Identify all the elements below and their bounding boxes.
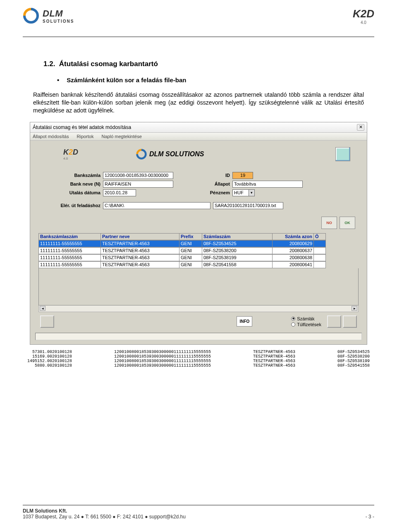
- window-title: Átutalási csomag és tétel adatok módosít…: [33, 124, 131, 130]
- table-row[interactable]: 11111111-55555555 TESZTPARTNER-4563 GENI…: [38, 254, 359, 261]
- edit-icon[interactable]: [335, 147, 350, 161]
- radio-tulfizetesek[interactable]: Túlfizetések: [291, 322, 321, 327]
- titlebar: Átutalási csomag és tétel adatok módosít…: [30, 122, 367, 133]
- dlm-sub: SOLUTIONS: [43, 19, 74, 24]
- app-window: Átutalási csomag és tétel adatok módosít…: [30, 122, 367, 345]
- info-label[interactable]: INFO: [237, 316, 252, 327]
- no-button[interactable]: NO: [321, 217, 337, 229]
- penznem-select[interactable]: [232, 189, 249, 196]
- menu-allapot[interactable]: Állapot módosítás: [33, 134, 69, 139]
- toolbar-button-3[interactable]: [343, 315, 357, 328]
- menu-naplo[interactable]: Napló megtekintése: [102, 134, 142, 139]
- table-header: Bankszámlaszám Partner neve Prefix Száml…: [38, 233, 359, 240]
- chevron-down-icon[interactable]: ▾: [249, 189, 255, 196]
- confirm-buttons: NO OK: [34, 217, 363, 233]
- footer-address: 1037 Budapest, Zay u. 24 ● T: 661 5500 ●…: [23, 514, 186, 520]
- data-table: Bankszámlaszám Partner neve Prefix Száml…: [38, 233, 359, 305]
- dlm-logo: DLM SOLUTIONS: [23, 7, 74, 24]
- close-icon[interactable]: ✕: [357, 124, 364, 131]
- bankszamla-input[interactable]: [103, 172, 173, 179]
- path-row: Elér. út feladáshoz: [51, 202, 346, 209]
- menu-riportok[interactable]: Riportok: [77, 134, 94, 139]
- allapot-input: [232, 181, 303, 188]
- page-header: DLM SOLUTIONS K2D 4.0: [0, 0, 397, 37]
- toolbar-button-2[interactable]: [327, 315, 341, 328]
- table-row[interactable]: 11111111-55555555 TESZTPARTNER-4563 GENI…: [38, 240, 359, 247]
- k2d-logo: K2D 4.0: [353, 7, 374, 25]
- id-value: [232, 172, 253, 179]
- utalas-input[interactable]: [103, 189, 136, 196]
- ok-button[interactable]: OK: [340, 217, 355, 229]
- dlm-ring-icon: [136, 149, 147, 160]
- page-number: - 3 -: [366, 514, 374, 520]
- arrow-right-icon[interactable]: ▸: [352, 306, 357, 311]
- window-footer: INFO Számlák Túlfizetések: [34, 312, 363, 331]
- menubar: Állapot módosítás Riportok Napló megteki…: [30, 133, 367, 141]
- radio-szamlak[interactable]: Számlák: [291, 316, 321, 321]
- section-title: 1.2. Átutalási csomag karbantartó: [43, 60, 364, 68]
- table-row[interactable]: 11111111-55555555 TESZTPARTNER-4563 GENI…: [38, 247, 359, 254]
- banknev-input[interactable]: [103, 181, 173, 188]
- radio-group: Számlák Túlfizetések: [291, 316, 321, 327]
- raw-data-block: 57301.0020100128 15169.0020100128 149515…: [27, 350, 370, 368]
- form-grid: Bankszámla ID Bank neve (N) Állapot Utal…: [51, 172, 346, 196]
- logo-row: K2D 4.0 DLM SOLUTIONS: [34, 145, 363, 169]
- h-scrollbar[interactable]: ◂ ▸: [38, 305, 359, 312]
- arrow-left-icon[interactable]: ◂: [40, 306, 45, 311]
- toolbar-button-1[interactable]: [40, 315, 54, 328]
- dlm-ring-icon: [23, 7, 39, 24]
- header-rule: [23, 36, 374, 37]
- dlm-name: DLM: [43, 8, 74, 19]
- section-bullet: Számlánként külön sor a feladás file-ban: [57, 76, 364, 83]
- page-footer: DLM Solutions Kft. 1037 Budapest, Zay u.…: [23, 508, 374, 520]
- filename-input: [213, 202, 283, 209]
- footer-company: DLM Solutions Kft.: [23, 508, 186, 514]
- table-row[interactable]: 11111111-55555555 TESZTPARTNER-4563 GENI…: [38, 261, 359, 268]
- footer-rule: [23, 505, 374, 506]
- path-input[interactable]: [103, 202, 210, 209]
- section-paragraph: Raiffeisen banknak készítendő átutalási …: [33, 91, 364, 115]
